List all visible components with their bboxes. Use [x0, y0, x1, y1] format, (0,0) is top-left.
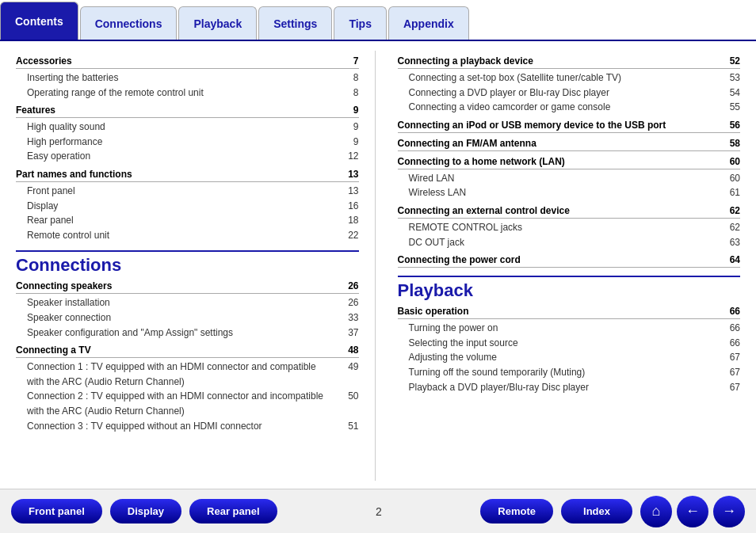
list-item: High performance 9: [27, 135, 359, 150]
front-panel-button[interactable]: Front panel: [11, 499, 102, 523]
fmam-header: Connecting an FM/AM antenna 58: [398, 138, 741, 149]
list-item: Display 16: [27, 199, 359, 214]
ipod-header: Connecting an iPod or USB memory device …: [398, 120, 741, 131]
tab-contents[interactable]: Contents: [0, 2, 78, 40]
list-item: Playback a DVD player/Blu-ray Disc playe…: [409, 380, 741, 395]
tab-playback[interactable]: Playback: [178, 6, 257, 40]
connections-section-title: Connections: [16, 250, 359, 276]
list-item: Speaker installation 26: [27, 295, 359, 310]
part-names-header: Part names and functions 13: [16, 169, 359, 180]
list-item: Adjusting the volume 67: [409, 350, 741, 365]
lan-header: Connecting to a home network (LAN) 60: [398, 156, 741, 167]
list-item: DC OUT jack 63: [409, 235, 741, 250]
forward-icon-button[interactable]: →: [713, 496, 745, 527]
list-item: REMOTE CONTROL jacks 62: [409, 220, 741, 235]
list-item: Connecting a DVD player or Blu-ray Disc …: [409, 86, 741, 101]
right-column: Connecting a playback device 52 Connecti…: [395, 51, 741, 481]
playback-device-header: Connecting a playback device 52: [398, 55, 741, 67]
back-icon: ←: [685, 503, 700, 520]
list-item: Connecting a set-top box (Satellite tune…: [409, 70, 741, 86]
power-cord-header: Connecting the power cord 64: [398, 254, 741, 265]
back-icon-button[interactable]: ←: [677, 496, 708, 527]
connecting-speakers-header: Connecting speakers 26: [16, 280, 359, 291]
page-number: 2: [285, 505, 473, 518]
playback-section-title: Playback: [398, 276, 741, 301]
features-header: Features 9: [16, 105, 359, 116]
bottom-nav: Front panel Display Rear panel 2 Remote …: [0, 489, 756, 533]
remote-button[interactable]: Remote: [480, 499, 553, 523]
forward-icon: →: [722, 503, 736, 520]
tab-settings[interactable]: Settings: [258, 6, 332, 40]
external-control-header: Connecting an external control device 62: [398, 205, 741, 216]
list-item: Remote control unit 22: [27, 228, 359, 243]
connecting-tv-header: Connecting a TV 48: [16, 345, 359, 356]
list-item: Turning off the sound temporarily (Mutin…: [409, 365, 741, 380]
home-icon: ⌂: [652, 503, 661, 520]
list-item: High quality sound 9: [27, 120, 359, 135]
list-item: Front panel 13: [27, 184, 359, 199]
nav-tabs: Contents Connections Playback Settings T…: [0, 0, 756, 41]
list-item: Inserting the batteries 8: [27, 70, 359, 86]
tab-tips[interactable]: Tips: [334, 6, 387, 40]
list-item: Operating range of the remote control un…: [27, 86, 359, 101]
left-column: Accessories 7 Inserting the batteries 8 …: [16, 51, 376, 481]
accessories-header: Accessories 7: [16, 55, 359, 67]
list-item: Rear panel 18: [27, 213, 359, 228]
list-item: Speaker configuration and "Amp Assign" s…: [27, 326, 359, 341]
list-item: Connecting a video camcorder or game con…: [409, 100, 741, 115]
tab-connections[interactable]: Connections: [80, 6, 178, 40]
list-item: Speaker connection 33: [27, 310, 359, 326]
list-item: Wired LAN 60: [409, 171, 741, 186]
tab-appendix[interactable]: Appendix: [388, 6, 469, 40]
list-item: Connection 2 : TV equipped with an HDMI …: [27, 389, 359, 418]
rear-panel-button[interactable]: Rear panel: [189, 499, 277, 523]
list-item: Easy operation 12: [27, 149, 359, 164]
icon-buttons: ⌂ ← →: [640, 496, 745, 527]
main-content: Accessories 7 Inserting the batteries 8 …: [0, 41, 756, 489]
list-item: Wireless LAN 61: [409, 185, 741, 200]
list-item: Connection 1 : TV equipped with an HDMI …: [27, 360, 359, 389]
index-button[interactable]: Index: [561, 499, 632, 523]
list-item: Turning the power on 66: [409, 321, 741, 336]
display-button[interactable]: Display: [110, 499, 181, 523]
home-icon-button[interactable]: ⌂: [640, 496, 672, 527]
list-item: Connection 3 : TV equipped without an HD…: [27, 419, 359, 434]
list-item: Selecting the input source 66: [409, 336, 741, 351]
basic-operation-header: Basic operation 66: [398, 306, 741, 317]
